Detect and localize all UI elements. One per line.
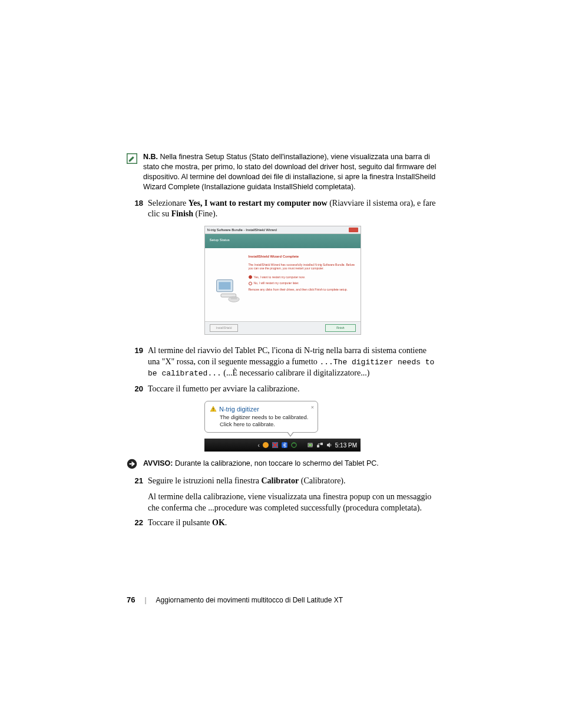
footer-separator: |: [144, 595, 146, 605]
radio-selected-icon: [249, 275, 252, 279]
balloon-title: N-trig digitizer: [210, 405, 313, 414]
wizard-text: The InstallShield Wizard has successfull…: [249, 263, 356, 271]
step-number: 18: [127, 198, 148, 209]
balloon-line1: The digitizer needs to be calibrated.: [210, 414, 313, 421]
step-20: 20 Toccare il fumetto per avviare la cal…: [127, 384, 438, 395]
radio-unselected-icon: [249, 282, 252, 285]
pencil-note-icon: [127, 153, 138, 167]
radio-restart-later: No, I will restart my computer later.: [249, 281, 356, 285]
bold-text: OK: [212, 518, 225, 527]
wizard-content: InstallShield Wizard Complete The Instal…: [245, 254, 356, 304]
bold-text: Finish: [171, 209, 193, 218]
wizard-computer-icon: [210, 254, 245, 304]
wizard-titlebar: N-trig Software Bundle - InstallShield W…: [205, 226, 361, 234]
step-body: Toccare il pulsante OK.: [148, 518, 438, 529]
step-18: 18 Selezionare Yes, I want to restart my…: [127, 198, 438, 220]
step-number: 21: [127, 476, 148, 486]
page-number: 76: [127, 595, 135, 605]
text: (...È necessario calibrare il digitalizz…: [222, 368, 370, 377]
svg-rect-7: [213, 410, 214, 411]
svg-point-11: [292, 443, 296, 447]
taskbar: ‹ 5:13 PM: [204, 439, 361, 452]
balloon-tooltip: × N-trig digitizer The digitizer needs t…: [204, 401, 318, 433]
tooltip-figure: × N-trig digitizer The digitizer needs t…: [204, 401, 361, 452]
wizard-body: InstallShield Wizard Complete The Instal…: [205, 248, 361, 321]
tray-bluetooth-icon: [281, 442, 288, 449]
tray-chevron-icon: ‹: [257, 442, 259, 450]
warning-icon: [210, 406, 217, 413]
text: (procedura completata).: [341, 503, 422, 512]
wizard-banner: Setup Status: [205, 234, 361, 248]
text: .: [225, 518, 227, 527]
balloon-title-text: N-trig digitizer: [219, 405, 259, 414]
svg-rect-14: [309, 444, 312, 446]
balloon-line2: Click here to calibrate.: [210, 421, 313, 429]
step-21-continuation: Al termine della calibrazione, viene vis…: [127, 492, 438, 514]
bold-text: Calibrator: [261, 476, 299, 485]
step-19: 19 Al termine del riavvio del Tablet PC,…: [127, 345, 438, 379]
close-icon: [349, 228, 358, 232]
tray-shield-icon: [262, 442, 269, 449]
step-body: Al termine del riavvio del Tablet PC, l'…: [148, 345, 438, 379]
radio-label: Yes, I want to restart my computer now.: [254, 275, 305, 279]
step-number: 20: [127, 384, 148, 394]
note-body: Nella finestra Setup Status (Stato dell'…: [143, 153, 436, 191]
svg-point-8: [263, 442, 269, 448]
tray-battery-icon: [307, 442, 314, 449]
balloon-tail: [287, 432, 294, 437]
step-number: 22: [127, 518, 148, 528]
page-content: N.B. Nella finestra Setup Status (Stato …: [0, 0, 562, 529]
tray-volume-icon: [326, 442, 333, 449]
text: Seguire le istruzioni nella finestra: [148, 476, 261, 485]
finish-button: Finish: [325, 324, 355, 332]
step-21: 21 Seguire le istruzioni nella finestra …: [127, 476, 438, 487]
notice-text: AVVISO: Durante la calibrazione, non toc…: [143, 459, 438, 469]
wizard-title-text: N-trig Software Bundle - InstallShield W…: [207, 228, 277, 232]
taskbar-time: 5:13 PM: [335, 442, 357, 450]
text: Selezionare: [148, 199, 189, 207]
installshield-wizard-figure: N-trig Software Bundle - InstallShield W…: [204, 226, 361, 335]
svg-rect-15: [317, 445, 319, 447]
wizard-heading: InstallShield Wizard Complete: [249, 254, 356, 259]
svg-rect-2: [219, 282, 230, 290]
note-text: N.B. Nella finestra Setup Status (Stato …: [143, 152, 438, 192]
wizard-footer: InstallShield Finish: [205, 321, 361, 334]
radio-restart-now: Yes, I want to restart my computer now.: [249, 275, 356, 279]
page-footer: 76 | Aggiornamento dei movimenti multito…: [127, 595, 343, 605]
tray-ntrig-icon: [272, 442, 279, 449]
bold-text: Yes, I want to restart my computer now: [189, 199, 328, 207]
back-button: InstallShield: [210, 324, 239, 332]
svg-rect-5: [230, 297, 237, 299]
step-body: Toccare il fumetto per avviare la calibr…: [148, 384, 438, 395]
notice-body: Durante la calibrazione, non toccare lo …: [173, 459, 378, 467]
note-label: N.B.: [143, 153, 158, 161]
step-body: Seguire le istruzioni nella finestra Cal…: [148, 476, 438, 487]
notice-avviso: AVVISO: Durante la calibrazione, non toc…: [127, 459, 438, 472]
text: Toccare il pulsante: [148, 518, 212, 527]
footer-title: Aggiornamento dei movimenti multitocco d…: [156, 595, 343, 605]
notice-arrow-icon: [127, 459, 138, 472]
tray-network-icon: [316, 442, 323, 449]
code-text: ...procedure was completed successfully: [208, 503, 340, 512]
notice-label: AVVISO:: [143, 459, 173, 467]
balloon-close-icon: ×: [311, 404, 314, 411]
wizard-footer-text: Remove any disks from their drives, and …: [249, 288, 356, 292]
step-body: Selezionare Yes, I want to restart my co…: [148, 198, 438, 220]
text: (Fine).: [193, 209, 217, 218]
tray-sync-icon: [290, 442, 297, 449]
radio-label: No, I will restart my computer later.: [254, 281, 299, 285]
step-22: 22 Toccare il pulsante OK.: [127, 518, 438, 529]
svg-rect-13: [312, 444, 313, 446]
svg-rect-6: [213, 408, 214, 410]
text: (Calibratore).: [299, 476, 345, 485]
step-number: 19: [127, 345, 148, 356]
note-nb: N.B. Nella finestra Setup Status (Stato …: [127, 152, 438, 192]
